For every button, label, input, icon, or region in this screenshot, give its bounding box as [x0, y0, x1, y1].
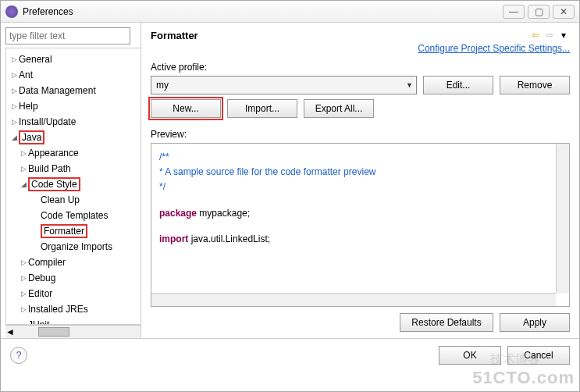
- import-button[interactable]: Import...: [227, 99, 297, 118]
- expand-icon: ▷: [9, 102, 19, 110]
- ok-button[interactable]: OK: [439, 346, 501, 365]
- export-all-button[interactable]: Export All...: [304, 99, 374, 118]
- tree-item-data-management[interactable]: ▷Data Management: [6, 83, 141, 98]
- help-icon[interactable]: ?: [10, 347, 27, 364]
- expand-icon: ▷: [19, 274, 28, 282]
- remove-button[interactable]: Remove: [500, 76, 570, 94]
- tree-item-code-templates[interactable]: Code Templates: [6, 208, 141, 223]
- sidebar-hscrollbar[interactable]: ◄: [5, 325, 141, 338]
- active-profile-label: Active profile:: [151, 62, 570, 73]
- main-panel: Formatter ⇦ ⇨ ▾ Configure Project Specif…: [141, 23, 579, 338]
- cancel-button[interactable]: Cancel: [507, 346, 570, 365]
- preview-line: package mypackage;: [159, 206, 561, 221]
- back-icon[interactable]: ⇦: [529, 29, 542, 41]
- tree-item-ant[interactable]: ▷Ant: [6, 67, 141, 83]
- collapse-icon: ◢: [19, 180, 28, 188]
- collapse-icon: ◢: [9, 134, 19, 141]
- expand-icon: ▷: [9, 55, 19, 63]
- tree-item-clean-up[interactable]: Clean Up: [6, 192, 141, 208]
- tree-item-debug[interactable]: ▷Debug: [6, 270, 141, 286]
- page-title: Formatter: [151, 30, 528, 41]
- preview-line: /**: [159, 150, 561, 165]
- tree-item-appearance[interactable]: ▷Appearance: [6, 145, 141, 161]
- active-profile-combo[interactable]: my ▼: [151, 76, 417, 94]
- tree-item-install-update[interactable]: ▷Install/Update: [6, 114, 141, 130]
- tree-item-editor[interactable]: ▷Editor: [6, 286, 141, 301]
- forward-icon[interactable]: ⇨: [543, 29, 556, 41]
- apply-button[interactable]: Apply: [500, 313, 570, 332]
- preview-box: /** * A sample source file for the code …: [151, 143, 570, 307]
- tree-item-compiler[interactable]: ▷Compiler: [6, 255, 141, 270]
- expand-icon: ▷: [19, 165, 28, 173]
- filter-input[interactable]: [5, 27, 130, 45]
- tree-item-java[interactable]: ◢Java: [6, 130, 141, 145]
- tree-item-installed-jres[interactable]: ▷Installed JREs: [6, 301, 141, 317]
- tree-item-general[interactable]: ▷General: [6, 52, 141, 67]
- tree-item-formatter[interactable]: Formatter: [6, 223, 141, 239]
- preview-line: */: [159, 180, 561, 194]
- app-icon: [5, 5, 18, 18]
- expand-icon: ▷: [19, 290, 28, 298]
- sidebar: ▷General ▷Ant ▷Data Management ▷Help ▷In…: [1, 23, 141, 338]
- preferences-tree[interactable]: ▷General ▷Ant ▷Data Management ▷Help ▷In…: [5, 48, 141, 325]
- window-title: Preferences: [23, 6, 500, 17]
- tree-item-code-style[interactable]: ◢Code Style: [6, 176, 141, 192]
- preview-hscrollbar[interactable]: [151, 293, 556, 306]
- preview-line: import java.util.LinkedList;: [159, 232, 561, 247]
- expand-icon: ▷: [19, 305, 28, 313]
- minimize-button[interactable]: —: [503, 5, 525, 19]
- tree-item-organize-imports[interactable]: Organize Imports: [6, 239, 141, 255]
- edit-button[interactable]: Edit...: [423, 76, 493, 94]
- close-button[interactable]: ✕: [553, 5, 575, 19]
- configure-project-link[interactable]: Configure Project Specific Settings...: [418, 43, 570, 54]
- expand-icon: ▷: [9, 118, 19, 126]
- menu-dropdown-icon[interactable]: ▾: [557, 29, 570, 41]
- preview-label: Preview:: [151, 129, 570, 140]
- expand-icon: ▷: [19, 149, 28, 157]
- chevron-down-icon: ▼: [406, 81, 413, 89]
- maximize-button[interactable]: ▢: [528, 5, 550, 19]
- titlebar: Preferences — ▢ ✕: [1, 1, 579, 23]
- active-profile-value: my: [156, 80, 169, 91]
- preview-line: * A sample source file for the code form…: [159, 165, 561, 180]
- expand-icon: ▷: [9, 71, 19, 79]
- restore-defaults-button[interactable]: Restore Defaults: [400, 313, 493, 332]
- tree-item-build-path[interactable]: ▷Build Path: [6, 161, 141, 176]
- footer: ? OK Cancel: [1, 338, 579, 371]
- expand-icon: ▷: [9, 87, 19, 94]
- new-button[interactable]: New...: [151, 99, 221, 118]
- tree-item-junit[interactable]: JUnit: [6, 317, 141, 325]
- preview-vscrollbar[interactable]: [556, 144, 569, 293]
- tree-item-help[interactable]: ▷Help: [6, 98, 141, 114]
- expand-icon: ▷: [19, 258, 28, 266]
